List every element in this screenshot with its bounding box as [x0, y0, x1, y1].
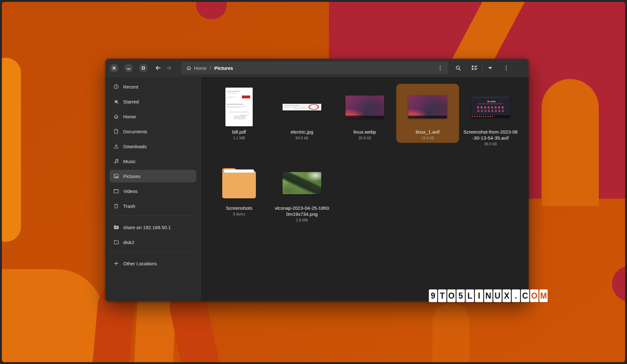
watermark-letter: 5: [457, 289, 465, 302]
trash-icon: [113, 203, 119, 208]
wallpaper-light-band: [2, 58, 21, 242]
folder-icon-large: [222, 171, 256, 198]
back-arrow-icon: [155, 65, 161, 70]
file-size: 2.6 MB: [296, 218, 308, 222]
watermark-letter: N: [484, 289, 492, 302]
sidebar-item-home[interactable]: Home: [110, 110, 196, 123]
file-item-bill-pdf[interactable]: bill.pdf 1.1 MB: [208, 84, 270, 143]
watermark-letter: O: [530, 289, 538, 302]
maximize-icon: [142, 66, 145, 70]
watermark-letter: M: [539, 289, 548, 302]
folder-name: Screenshots: [226, 205, 252, 211]
plus-icon: [113, 261, 119, 266]
path-menu-button[interactable]: [435, 63, 445, 73]
view-dropdown-button[interactable]: [484, 62, 496, 74]
wallpaper-finger: [432, 303, 469, 362]
breadcrumb-separator: /: [210, 65, 211, 70]
wallpaper-crimson-dot: [612, 266, 625, 301]
watermark-letter: .: [512, 289, 520, 302]
file-name: bill.pdf: [232, 129, 246, 135]
file-item-linux-webp[interactable]: linux.webp 30.8 kB: [333, 84, 396, 143]
file-size: 30.8 kB: [358, 136, 371, 140]
sidebar-item-trash[interactable]: Trash: [110, 200, 196, 212]
screenshot-frame: Home / Pictures: [0, 0, 627, 364]
sidebar-label: disk2: [123, 240, 134, 245]
sidebar-label: Recent: [123, 84, 138, 89]
sidebar-item-videos[interactable]: Videos: [110, 185, 196, 197]
file-name: vlcsnap-2023-04-25-18h00m19s734.png: [275, 205, 329, 217]
sidebar-label: Downloads: [123, 144, 147, 149]
sidebar-item-starred[interactable]: Starred: [110, 95, 196, 108]
file-name: Screenshot-from-2023-08-30-13-54-35.avif: [463, 129, 518, 141]
watermark-letter: C: [521, 289, 529, 302]
caret-down-icon: [488, 67, 492, 69]
folder-item-count: 5 items: [233, 212, 245, 216]
sidebar-item-pictures[interactable]: Pictures: [110, 170, 196, 182]
9to5linux-watermark: 9 T O 5 L I N U X . C O M: [429, 289, 548, 302]
file-item-electric-jpg[interactable]: electric.jpg 64.6 kB: [270, 84, 333, 143]
file-name: electric.jpg: [290, 129, 313, 135]
sidebar: Recent Starred Home Documents: [105, 77, 201, 301]
window-menu-button[interactable]: [500, 62, 512, 74]
file-size: 19.9 kB: [421, 136, 434, 140]
sidebar-label: Pictures: [123, 174, 140, 179]
sidebar-label: Other Locations: [123, 261, 157, 266]
sidebar-item-disk2[interactable]: disk2: [110, 236, 196, 248]
file-item-linux-1-avif-selected[interactable]: linux_1.avif 19.9 kB: [396, 84, 459, 143]
forward-arrow-icon: [166, 65, 172, 70]
breadcrumb-home[interactable]: Home: [186, 65, 207, 71]
download-icon: [113, 144, 119, 149]
sidebar-item-recent[interactable]: Recent: [110, 80, 196, 93]
file-size: 64.6 kB: [296, 136, 309, 140]
file-size: 36.0 kB: [484, 142, 497, 146]
menu-kebab-icon: [501, 63, 511, 73]
file-name: linux.webp: [354, 129, 376, 135]
sidebar-item-music[interactable]: Music: [110, 155, 196, 168]
wallpaper-orange-finger: [542, 79, 599, 206]
toolbar-divider: [482, 64, 483, 71]
sidebar-label: Videos: [123, 189, 138, 194]
file-grid: bill.pdf 1.1 MB electric.jpg 64.6 kB lin…: [208, 84, 522, 236]
house-icon: [113, 114, 119, 119]
maximize-button[interactable]: [139, 64, 148, 72]
breadcrumb-current[interactable]: Pictures: [214, 65, 233, 71]
folder-icon: [113, 240, 119, 244]
sidebar-item-other-locations[interactable]: Other Locations: [110, 257, 196, 270]
sidebar-item-documents[interactable]: Documents: [110, 125, 196, 138]
clock-icon: [113, 84, 119, 89]
sidebar-divider: [110, 252, 196, 252]
forward-button[interactable]: [163, 63, 174, 73]
sidebar-label: Home: [123, 114, 136, 119]
sidebar-label: Trash: [123, 203, 135, 209]
window-body: Recent Starred Home Documents: [105, 77, 529, 301]
music-note-icon: [113, 159, 119, 164]
back-button[interactable]: [153, 63, 163, 73]
view-toggle-button[interactable]: [469, 62, 480, 74]
sidebar-item-downloads[interactable]: Downloads: [110, 140, 196, 153]
image-thumbnail: [408, 96, 447, 118]
file-name: linux_1.avif: [416, 129, 439, 135]
file-item-screenshot-avif[interactable]: Screenshot-from-2023-08-30-13-54-35.avif…: [459, 84, 522, 149]
photo-icon: [113, 174, 119, 178]
network-folder-icon: [113, 225, 119, 229]
file-item-vlcsnap-png[interactable]: vlcsnap-2023-04-25-18h00m19s734.png 2.6 …: [270, 160, 333, 225]
files-window: Home / Pictures: [105, 59, 529, 301]
sidebar-label: Documents: [123, 129, 147, 134]
watermark-letter: O: [447, 289, 456, 302]
sidebar-label: share on 192.168.50.1: [123, 225, 171, 230]
pdf-thumbnail: [225, 88, 253, 126]
folder-item-screenshots[interactable]: Screenshots 5 items: [208, 160, 270, 219]
watermark-letter: T: [438, 289, 446, 302]
file-view: bill.pdf 1.1 MB electric.jpg 64.6 kB lin…: [201, 77, 529, 301]
close-button[interactable]: [110, 64, 118, 72]
sidebar-divider: [110, 215, 196, 216]
search-icon: [456, 65, 461, 71]
image-thumbnail: [283, 104, 321, 110]
sidebar-label: Starred: [123, 99, 139, 104]
path-bar[interactable]: Home / Pictures: [181, 62, 448, 74]
watermark-letter: L: [466, 289, 474, 302]
minimize-button[interactable]: [124, 64, 133, 72]
sidebar-item-network-share[interactable]: share on 192.168.50.1: [110, 221, 196, 234]
sidebar-label: Music: [123, 159, 136, 164]
search-button[interactable]: [452, 62, 464, 74]
